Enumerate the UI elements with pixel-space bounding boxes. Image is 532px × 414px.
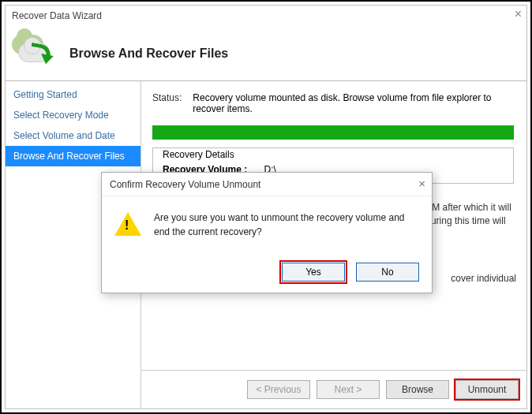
recovery-details-legend: Recovery Details xyxy=(159,149,238,160)
next-button: Next > xyxy=(317,380,380,399)
dialog-title: Confirm Recovery Volume Unmount xyxy=(110,179,260,190)
header: Browse And Recover Files xyxy=(6,26,526,81)
cloud-recover-icon xyxy=(13,38,57,69)
previous-button: < Previous xyxy=(247,380,310,399)
dialog-message: Are you sure you want to unmount the rec… xyxy=(154,211,419,239)
dialog-button-row: Yes No xyxy=(102,258,432,293)
no-button[interactable]: No xyxy=(356,263,419,282)
titlebar: Recover Data Wizard × xyxy=(6,6,526,26)
sidebar-item-select-recovery-mode[interactable]: Select Recovery Mode xyxy=(6,105,140,125)
warning-icon xyxy=(114,212,141,236)
confirm-unmount-dialog: Confirm Recovery Volume Unmount × Are yo… xyxy=(101,172,433,293)
unmount-button[interactable]: Unmount xyxy=(455,380,519,399)
status-label: Status: xyxy=(152,92,182,114)
browse-button[interactable]: Browse xyxy=(386,380,449,399)
progress-bar xyxy=(152,125,514,140)
yes-button[interactable]: Yes xyxy=(282,263,345,282)
sidebar-item-getting-started[interactable]: Getting Started xyxy=(6,84,140,105)
sidebar-item-browse-recover-files[interactable]: Browse And Recover Files xyxy=(6,146,140,166)
wizard-footer: < Previous Next > Browse Unmount xyxy=(141,370,526,408)
sidebar-item-select-volume-date[interactable]: Select Volume and Date xyxy=(6,125,140,146)
dialog-close-icon[interactable]: × xyxy=(418,177,425,190)
window-title: Recover Data Wizard xyxy=(12,10,102,21)
status-text: Recovery volume mounted as disk. Browse … xyxy=(193,92,514,114)
dialog-titlebar: Confirm Recovery Volume Unmount × xyxy=(102,173,432,196)
obscured-text-fragment: cover individual xyxy=(451,273,516,284)
page-heading: Browse And Recover Files xyxy=(69,47,228,61)
close-icon[interactable]: × xyxy=(515,7,522,21)
